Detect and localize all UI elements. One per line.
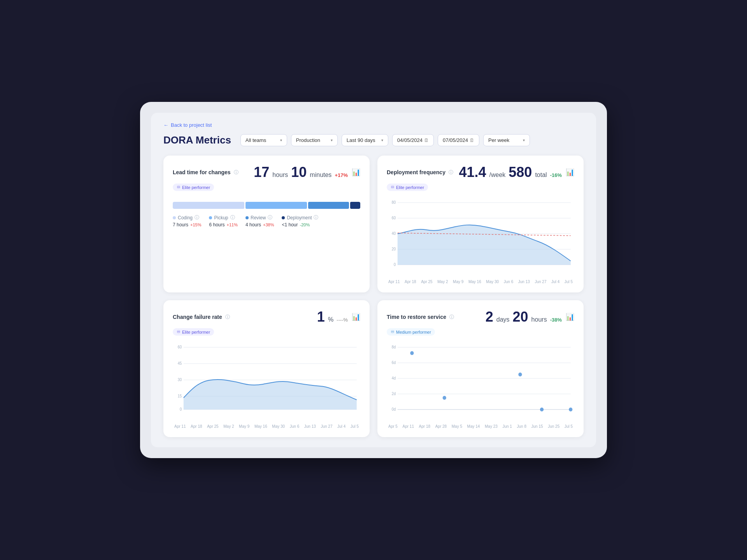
deployment-freq-week-value: 41.4 <box>459 164 486 180</box>
review-info-icon[interactable]: ⓘ <box>268 214 272 221</box>
svg-text:60: 60 <box>392 216 396 220</box>
coding-dot <box>173 216 176 219</box>
svg-point-36 <box>569 408 572 411</box>
date-from-value: 04/05/2024 <box>397 137 423 143</box>
date-to-value: 07/05/2024 <box>443 137 468 143</box>
restore-service-info-icon[interactable]: ⓘ <box>449 314 454 320</box>
environment-chevron-icon: ▾ <box>331 138 333 142</box>
deployment-value: <1 hour <box>282 222 298 228</box>
lead-time-hours-value: 17 <box>254 164 269 180</box>
coding-label: Coding <box>178 215 193 220</box>
restore-service-title: Time to restore service <box>387 314 446 320</box>
legend-coding: Coding ⓘ 7 hours +15% <box>173 214 201 228</box>
restore-service-performer-badge: ♾ Medium performer <box>387 328 435 336</box>
teams-chevron-icon: ▾ <box>280 138 282 142</box>
restore-hours-value: 20 <box>513 309 528 325</box>
deployment-freq-card: Deployment frequency ⓘ 41.4 /week 580 to… <box>377 156 584 292</box>
change-failure-x-labels: Apr 11Apr 18Apr 25May 2 May 9May 16May 3… <box>173 424 360 429</box>
change-failure-chart-icon[interactable]: 📊 <box>352 313 360 321</box>
coding-value: 7 hours <box>173 222 188 228</box>
coding-info-icon[interactable]: ⓘ <box>195 214 199 221</box>
granularity-filter-label: Per week <box>488 137 509 143</box>
svg-text:80: 80 <box>392 200 396 205</box>
date-to-picker[interactable]: 07/05/2024 🗓 <box>438 134 479 146</box>
svg-point-33 <box>443 396 446 400</box>
review-change: +38% <box>263 222 274 227</box>
review-label: Review <box>251 215 266 220</box>
change-failure-pct-value: 1 <box>317 309 325 325</box>
performer-icon-3: ♾ <box>177 329 181 334</box>
change-failure-performer-badge: ♾ Elite performer <box>173 328 214 336</box>
granularity-chevron-icon: ▾ <box>523 138 525 142</box>
svg-text:6d: 6d <box>392 360 396 365</box>
deployment-freq-chart-icon[interactable]: 📊 <box>566 168 574 177</box>
lead-time-bar <box>173 202 360 209</box>
svg-text:15: 15 <box>178 394 182 398</box>
svg-text:2d: 2d <box>392 392 396 396</box>
pickup-info-icon[interactable]: ⓘ <box>230 214 235 221</box>
restore-service-change: -38% <box>550 317 562 323</box>
granularity-filter[interactable]: Per week ▾ <box>483 134 530 146</box>
lead-time-hours-unit: hours <box>272 172 288 178</box>
svg-text:0: 0 <box>180 407 182 411</box>
deployment-change: -20% <box>300 222 310 227</box>
svg-text:45: 45 <box>178 361 182 366</box>
bar-review <box>308 202 349 209</box>
pickup-change: +11% <box>227 222 238 227</box>
change-failure-chart: 60 45 30 15 0 Apr 11Apr 18Apr 25May 2 Ma… <box>173 343 360 429</box>
restore-hours-unit: hours <box>531 316 547 323</box>
restore-days-unit: days <box>496 316 510 323</box>
svg-point-32 <box>410 351 414 355</box>
change-failure-change: ----% <box>337 317 348 323</box>
lead-time-performer-badge: ♾ Elite performer <box>173 184 214 191</box>
svg-text:0: 0 <box>394 262 396 267</box>
lead-time-title: Lead time for changes <box>173 169 231 175</box>
back-link-label: Back to project list <box>171 122 212 128</box>
bar-deployment <box>350 202 360 209</box>
review-value: 4 hours <box>245 222 261 228</box>
lead-time-change: +17% <box>335 172 348 178</box>
change-failure-info-icon[interactable]: ⓘ <box>225 314 230 320</box>
pickup-label: Pickup <box>214 215 228 220</box>
environment-filter[interactable]: Production ▾ <box>291 134 338 146</box>
legend-pickup: Pickup ⓘ 6 hours +11% <box>209 214 237 228</box>
restore-service-performer-label: Medium performer <box>396 330 431 334</box>
lead-time-legend: Coding ⓘ 7 hours +15% Pickup ⓘ <box>173 214 360 228</box>
change-failure-performer-label: Elite performer <box>182 330 210 334</box>
lead-time-info-icon[interactable]: ⓘ <box>234 169 238 176</box>
performer-icon: ♾ <box>177 185 181 190</box>
period-filter[interactable]: Last 90 days ▾ <box>342 134 388 146</box>
deployment-freq-title: Deployment frequency <box>387 169 445 175</box>
restore-service-chart-icon[interactable]: 📊 <box>566 313 574 321</box>
svg-point-35 <box>540 408 544 411</box>
svg-text:4d: 4d <box>392 376 396 380</box>
date-from-picker[interactable]: 04/05/2024 🗓 <box>392 134 434 146</box>
svg-point-34 <box>518 373 522 376</box>
svg-text:60: 60 <box>178 345 182 349</box>
svg-text:20: 20 <box>392 247 396 251</box>
lead-time-chart-icon[interactable]: 📊 <box>352 168 360 177</box>
period-chevron-icon: ▾ <box>381 138 383 142</box>
change-failure-title: Change failure rate <box>173 314 222 320</box>
back-to-project-link[interactable]: ← Back to project list <box>163 122 212 128</box>
svg-text:8d: 8d <box>392 345 396 349</box>
deployment-freq-week-unit: /week <box>489 172 506 178</box>
calendar-from-icon: 🗓 <box>424 138 429 143</box>
svg-text:30: 30 <box>178 378 182 382</box>
teams-filter[interactable]: All teams ▾ <box>240 134 287 146</box>
teams-filter-label: All teams <box>245 137 266 143</box>
legend-deployment: Deployment ⓘ <1 hour -20% <box>282 214 318 228</box>
restore-service-card: Time to restore service ⓘ 2 days 20 hour… <box>377 300 584 437</box>
deployment-freq-chart: 80 60 40 20 0 Apr 11Apr 18Apr 25May 2 Ma… <box>387 199 574 284</box>
change-failure-pct-unit: % <box>328 316 333 323</box>
lead-time-performer-label: Elite performer <box>182 185 210 190</box>
restore-service-x-labels: Apr 5Apr 11Apr 18Apr 28 May 5May 14May 2… <box>387 424 574 429</box>
deployment-info-icon[interactable]: ⓘ <box>314 214 318 221</box>
deployment-freq-total-unit: total <box>535 172 547 178</box>
review-dot <box>245 216 249 219</box>
deployment-label: Deployment <box>287 215 312 220</box>
deployment-freq-total-value: 580 <box>509 164 532 180</box>
pickup-value: 6 hours <box>209 222 224 228</box>
coding-change: +15% <box>190 222 201 227</box>
deployment-freq-info-icon[interactable]: ⓘ <box>449 169 453 176</box>
